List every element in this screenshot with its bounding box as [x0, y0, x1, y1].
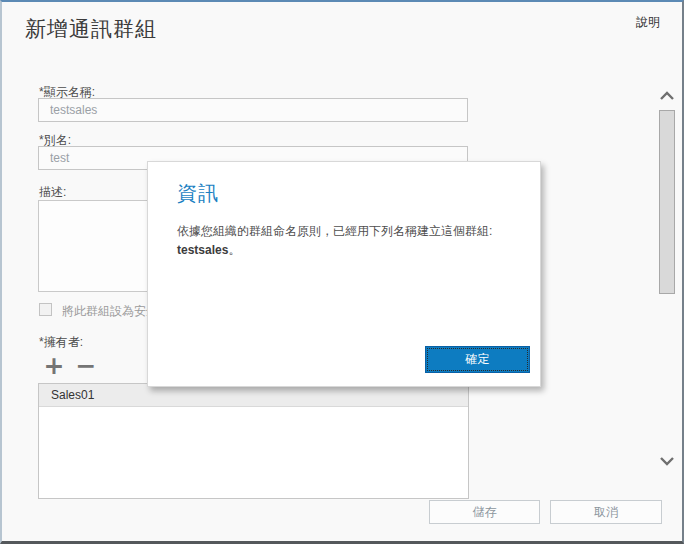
owners-label: *擁有者: — [39, 334, 83, 351]
scrollbar-thumb[interactable] — [659, 110, 675, 294]
list-item[interactable]: Sales01 — [39, 384, 468, 407]
page-title: 新增通訊群組 — [25, 15, 157, 43]
scroll-down-icon[interactable] — [658, 454, 676, 468]
dialog-group-name: testsales — [177, 243, 228, 257]
scroll-up-icon[interactable] — [658, 89, 676, 103]
info-dialog: 資訊 依據您組織的群組命名原則，已經用下列名稱建立這個群組: testsales… — [147, 161, 541, 387]
dialog-message-suffix: 。 — [228, 243, 240, 257]
save-button[interactable]: 儲存 — [429, 500, 540, 524]
help-link[interactable]: 說明 — [636, 14, 660, 31]
remove-owner-icon[interactable]: − — [72, 352, 100, 380]
add-owner-icon[interactable]: + — [40, 352, 68, 380]
owners-listbox: Sales01 — [38, 383, 469, 499]
dialog-message-line1: 依據您組織的群組命名原則，已經用下列名稱建立這個群組: — [177, 224, 492, 238]
display-name-input[interactable] — [38, 98, 468, 122]
new-distribution-group-window: 新增通訊群組 說明 *顯示名稱: *別名: 描述: 將此群組設為安全 *擁有者:… — [0, 0, 684, 544]
cancel-button[interactable]: 取消 — [550, 500, 662, 524]
dialog-message: 依據您組織的群組命名原則，已經用下列名稱建立這個群組: testsales。 — [177, 222, 517, 260]
dialog-title: 資訊 — [177, 180, 219, 207]
ok-button[interactable]: 確定 — [425, 346, 530, 373]
security-group-checkbox[interactable] — [39, 303, 52, 316]
description-label: 描述: — [39, 184, 66, 201]
